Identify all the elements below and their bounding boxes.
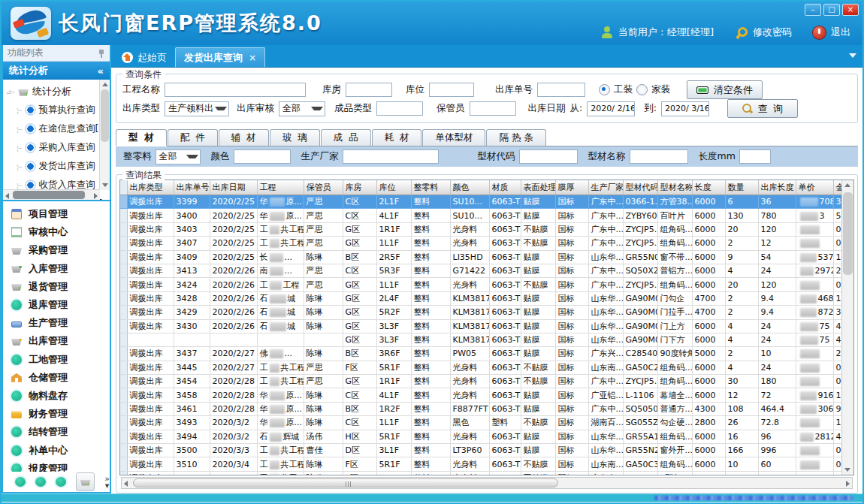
material-tab-单体型材[interactable]: 单体型材 bbox=[422, 129, 485, 146]
close-icon[interactable]: × bbox=[249, 53, 256, 63]
logout-link[interactable]: 退出 bbox=[831, 26, 850, 39]
column-header-数量[interactable]: 数量 bbox=[725, 180, 758, 195]
column-header-金[interactable]: 金 bbox=[833, 180, 841, 195]
table-row[interactable]: 调拨出库34542020/2/28工共工程严思G区1R1F整料光身料6063-T… bbox=[120, 375, 841, 388]
column-header-出库类型[interactable]: 出库类型 bbox=[127, 180, 174, 195]
column-header-表面处理[interactable]: 表面处理 bbox=[521, 180, 555, 195]
order-no-input[interactable] bbox=[537, 83, 585, 97]
table-row[interactable]: 调拨出库34372020/2/27佛...陈琳B区3R6F整料PW056063-… bbox=[120, 347, 841, 361]
table-row[interactable]: 调拨出库34002020/2/25华原...严思C区4L1F整料SU10...6… bbox=[120, 209, 841, 222]
table-row[interactable]: 调拨出库34282020/2/26石城陈琳G区2L4F整料KLM38176063… bbox=[120, 291, 841, 305]
material-tab-辅材[interactable]: 辅 材 bbox=[219, 129, 269, 146]
tree-item[interactable]: ¦--发货出库查询 bbox=[6, 157, 99, 176]
dot-icon[interactable] bbox=[35, 477, 46, 487]
keeper-input[interactable] bbox=[470, 101, 516, 116]
sidebar-item-出库管理[interactable]: 出库管理 bbox=[3, 332, 110, 350]
table-row[interactable]: G区3L3F整料KLM38176063-T5贴膜国标山东华...GA90M09.… bbox=[120, 333, 841, 346]
grid-horizontal-scrollbar[interactable] bbox=[121, 477, 853, 489]
dot-icon[interactable] bbox=[56, 477, 66, 487]
column-header-出库日期[interactable]: 出库日期 bbox=[210, 180, 257, 195]
table-row[interactable]: 调拨出库34302020/2/26石城陈琳G区3L3F整料KLM38176063… bbox=[120, 319, 841, 333]
profile-code-input[interactable] bbox=[519, 149, 578, 164]
cart-quick-button[interactable] bbox=[76, 472, 95, 491]
table-row[interactable]: 调拨出库34072020/2/25工共工程严思G区1L1F整料光身料6063-T… bbox=[120, 237, 841, 250]
tree-item[interactable]: ¦--采购入库查询 bbox=[6, 138, 99, 157]
location-input[interactable] bbox=[429, 83, 474, 97]
material-tab-玻璃[interactable]: 玻 璃 bbox=[270, 129, 320, 146]
column-header-保管员[interactable]: 保管员 bbox=[304, 180, 343, 195]
clear-conditions-button[interactable]: 清空条件 bbox=[687, 80, 763, 99]
dot-icon[interactable] bbox=[15, 477, 26, 487]
tab-起始页[interactable]: 起始页 bbox=[113, 48, 175, 67]
table-row[interactable]: 调拨出库34132020/2/26南...严思C区5R3F整料G71422606… bbox=[120, 264, 841, 277]
tree-vertical-scrollbar[interactable] bbox=[99, 80, 110, 190]
sidebar-item-报废管理[interactable]: 报废管理 bbox=[3, 460, 110, 472]
search-button[interactable]: 查 询 bbox=[727, 99, 798, 118]
column-header-材质[interactable]: 材质 bbox=[489, 180, 521, 195]
sidebar-item-物料盘存[interactable]: 物料盘存 bbox=[3, 387, 110, 405]
tree-item[interactable]: ¦--预算执行查询 bbox=[6, 101, 99, 119]
material-tab-成品[interactable]: 成 品 bbox=[321, 129, 371, 146]
column-header-库房[interactable]: 库房 bbox=[343, 180, 376, 195]
maximize-button[interactable]: □ bbox=[823, 4, 840, 16]
table-row[interactable]: 调拨出库34292020/2/26石城陈琳G区5R2F整料KLM38176063… bbox=[120, 306, 841, 319]
sidebar-item-仓储管理[interactable]: 仓储管理 bbox=[3, 369, 110, 387]
whole-select[interactable]: 全部 bbox=[156, 149, 201, 164]
sidebar-item-结转管理[interactable]: 结转管理 bbox=[3, 423, 110, 441]
color-input[interactable] bbox=[234, 149, 291, 164]
tab-overflow-icon[interactable] bbox=[849, 53, 856, 58]
collapse-icon[interactable]: « bbox=[98, 65, 104, 77]
table-row[interactable]: 调拨出库35102020/3/4工共工程陈琳F区5R1F整料光身料6063-T5… bbox=[120, 457, 841, 471]
sidebar-item-入库管理[interactable]: 入库管理 bbox=[3, 260, 110, 278]
tree-root[interactable]: ⊿-- 统计分析 bbox=[6, 83, 99, 101]
column-header-单价[interactable]: 单价 bbox=[796, 180, 833, 195]
tree-item[interactable]: ¦--在途信息查询[待 bbox=[6, 119, 99, 138]
pin-icon[interactable] bbox=[98, 49, 105, 58]
date-to-picker[interactable]: 2020/ 3/16 bbox=[661, 101, 709, 116]
column-header-长度[interactable]: 长度 bbox=[692, 180, 725, 195]
column-header-工程[interactable]: 工程 bbox=[257, 180, 304, 195]
table-row[interactable]: 调拨出库34582020/2/28华原...陈琳C区4L1F整料光身料6063-… bbox=[120, 388, 841, 402]
product-type-input[interactable] bbox=[376, 101, 423, 116]
tab-发货出库查询[interactable]: 发货出库查询× bbox=[175, 47, 265, 67]
manufacturer-input[interactable] bbox=[343, 149, 439, 164]
radio-工装[interactable] bbox=[599, 84, 610, 95]
column-header-出库单号[interactable]: 出库单号 bbox=[174, 180, 210, 195]
sidebar-item-项目管理[interactable]: 项目管理 bbox=[3, 205, 110, 223]
close-button[interactable]: × bbox=[842, 4, 859, 16]
table-row[interactable]: 调拨出库34092020/2/25长...陈琳B区2R5F整料LI35HD606… bbox=[120, 250, 841, 264]
column-header-生产厂家[interactable]: 生产厂家 bbox=[588, 180, 623, 195]
sidebar-item-退库管理[interactable]: 退库管理 bbox=[3, 296, 110, 314]
audit-select[interactable]: 全部 bbox=[279, 101, 325, 116]
sidebar-item-工地管理[interactable]: 工地管理 bbox=[3, 351, 110, 369]
warehouse-input[interactable] bbox=[346, 83, 392, 97]
column-header-颜色[interactable]: 颜色 bbox=[450, 180, 489, 195]
sidebar-item-生产管理[interactable]: 生产管理 bbox=[3, 314, 110, 332]
column-header-型材代码[interactable]: 型材代码 bbox=[623, 180, 657, 195]
tree-horizontal-scrollbar[interactable] bbox=[3, 189, 100, 200]
material-tab-型材[interactable]: 型 材 bbox=[116, 129, 167, 146]
column-header-膜厚[interactable]: 膜厚 bbox=[555, 180, 588, 195]
profile-name-input[interactable] bbox=[630, 149, 688, 164]
more-chevron[interactable]: »▾ bbox=[104, 475, 110, 489]
column-header-型材名称[interactable]: 型材名称 bbox=[657, 180, 692, 195]
project-name-input[interactable] bbox=[165, 83, 306, 97]
table-row[interactable]: 调拨出库34942020/3/2石辉城汤伟H区5R1F整料光身料6063-T5贴… bbox=[120, 430, 841, 443]
sidebar-item-审核中心[interactable]: 审核中心 bbox=[3, 223, 110, 241]
length-input[interactable] bbox=[739, 149, 771, 164]
table-row[interactable]: 调拨出库35002020/3/3工共工程曹佳D区3L1F整料LT3P606063… bbox=[120, 444, 841, 457]
grid-vertical-scrollbar[interactable] bbox=[841, 180, 853, 475]
minimize-button[interactable]: – bbox=[805, 4, 821, 16]
table-row[interactable]: 调拨出库34932020/3/2华原...陈琳C区1L1F整料黑色塑料不贴膜国标… bbox=[120, 416, 841, 430]
table-row[interactable]: 调拨出库35122020/3/4工共工程陈琳F区1L2F整料光身料6063-T5… bbox=[120, 471, 841, 475]
column-header-库位[interactable]: 库位 bbox=[376, 180, 411, 195]
sidebar-item-退货管理[interactable]: 退货管理 bbox=[3, 278, 110, 296]
table-row[interactable]: 调拨出库34612020/2/28华原...陈琳B区1R2F整料F8877FT6… bbox=[120, 402, 841, 415]
column-header-出库长度[interactable]: 出库长度 bbox=[758, 180, 796, 195]
change-password-link[interactable]: 修改密码 bbox=[753, 26, 792, 39]
material-tab-隔热条[interactable]: 隔 热 条 bbox=[486, 129, 545, 146]
material-tab-配件[interactable]: 配 件 bbox=[168, 129, 218, 146]
out-type-select[interactable]: 生产领料出库 bbox=[165, 101, 229, 116]
date-from-picker[interactable]: 2020/ 2/16 bbox=[587, 101, 635, 116]
table-row[interactable]: 调拨出库34452020/2/27工共工程严思F区5R1F整料光身料6063-T… bbox=[120, 361, 841, 374]
